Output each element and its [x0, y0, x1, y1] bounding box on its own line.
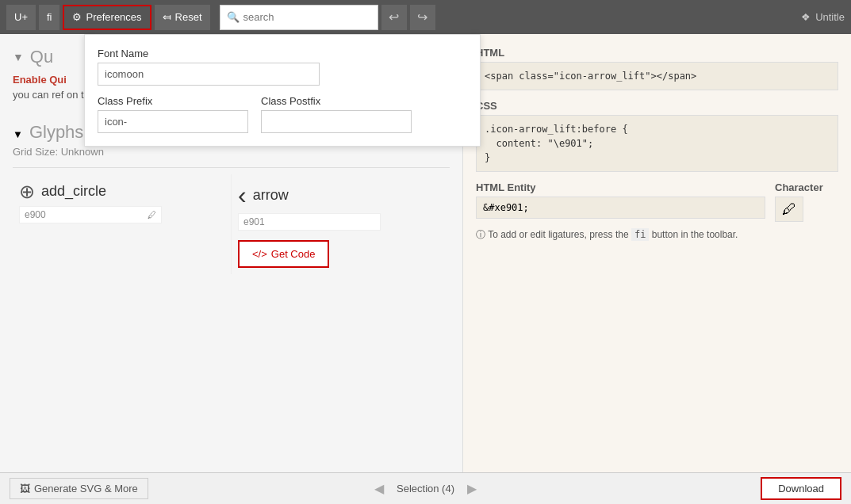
css-label: CSS: [476, 100, 838, 112]
font-name-input[interactable]: [98, 63, 320, 86]
class-postfix-label: Class Postfix: [261, 95, 412, 107]
reset-icon: ⤆: [163, 11, 171, 23]
selection-label: Selection (4): [397, 483, 454, 494]
character-label: Character: [775, 181, 838, 193]
undo-button[interactable]: ↩: [381, 5, 407, 30]
glyphs-chevron[interactable]: ▼: [13, 128, 23, 140]
ligature-text: To add or edit ligatures, press the: [488, 229, 631, 240]
fi-button[interactable]: fi: [39, 5, 60, 30]
html-section: HTML <span class="icon-arrow_lift"></spa…: [476, 47, 838, 90]
reset-label: Reset: [175, 11, 202, 23]
reset-button[interactable]: ⤆ Reset: [155, 5, 210, 30]
toolbar: U+ fi ⚙ Preferences ⤆ Reset 🔍 ↩ ↪ ❖ Unti…: [0, 0, 851, 34]
font-name-label: Font Name: [98, 48, 467, 59]
add-circle-code: e900 🖊: [19, 206, 162, 223]
generate-svg-button[interactable]: 🖼 Generate SVG & More: [10, 478, 148, 499]
app-title: Untitle: [815, 11, 845, 23]
get-code-icon: </>: [252, 248, 267, 260]
preferences-panel: Font Name Class Prefix Class Postfix: [84, 34, 481, 147]
prev-page-button[interactable]: ◀: [368, 478, 390, 499]
glyph-arrow-icon-row: ‹ arrow: [238, 181, 443, 210]
character-box: 🖊: [775, 197, 803, 222]
fi-badge: fi: [631, 228, 649, 241]
prefix-postfix-group: Class Prefix Class Postfix: [98, 95, 467, 133]
generate-icon: 🖼: [20, 483, 30, 494]
get-code-label: Get Code: [271, 248, 316, 260]
add-circle-name: add_circle: [41, 183, 106, 200]
arrow-name: arrow: [253, 187, 289, 204]
entity-character-row: HTML Entity &#xe901; Character 🖊: [476, 181, 838, 222]
class-prefix-label: Class Prefix: [98, 95, 248, 107]
css-code-block: .icon-arrow_lift:before { content: "\e90…: [476, 115, 838, 172]
ligature-note: ⓘ To add or edit ligatures, press the fi…: [476, 228, 838, 242]
html-entity-field: HTML Entity &#xe901;: [476, 181, 765, 222]
search-input[interactable]: [243, 11, 371, 23]
html-code-block: <span class="icon-arrow_lift"></span>: [476, 62, 838, 90]
glyph-add-circle-icon-row: ⊕ add_circle: [19, 181, 224, 203]
undo-icon: ↩: [389, 10, 399, 25]
class-postfix-input[interactable]: [261, 110, 412, 133]
layers-icon: ❖: [801, 11, 811, 23]
generate-label: Generate SVG & More: [34, 483, 138, 494]
u-plus-button[interactable]: U+: [6, 5, 36, 30]
glyph-add-circle: ⊕ add_circle e900 🖊: [13, 174, 232, 274]
glyph-arrow: ‹ arrow e901 </> Get Code: [232, 174, 450, 274]
download-button[interactable]: Download: [761, 477, 841, 500]
enable-quick-link[interactable]: Enable Qui: [13, 74, 67, 86]
quick-title: Qu: [30, 47, 53, 67]
html-label: HTML: [476, 47, 838, 59]
next-page-button[interactable]: ▶: [461, 478, 483, 499]
bottom-bar: 🖼 Generate SVG & More ◀ Selection (4) ▶ …: [0, 472, 851, 504]
character-symbol: 🖊: [782, 201, 796, 218]
search-box: 🔍: [220, 5, 378, 30]
gear-icon: ⚙: [72, 11, 82, 23]
right-panel: HTML <span class="icon-arrow_lift"></spa…: [462, 34, 851, 472]
html-entity-label: HTML Entity: [476, 181, 765, 193]
class-prefix-field: Class Prefix: [98, 95, 248, 133]
toolbar-right: ❖ Untitle: [801, 11, 845, 23]
add-circle-add-button[interactable]: ⊕: [19, 181, 35, 203]
class-prefix-input[interactable]: [98, 110, 248, 133]
arrow-code: e901: [238, 213, 381, 231]
get-code-button[interactable]: </> Get Code: [238, 240, 329, 268]
info-icon: ⓘ: [476, 229, 485, 240]
html-entity-value: &#xe901;: [476, 197, 765, 219]
grid-size: Grid Size: Unknown: [13, 146, 450, 158]
download-label: Download: [778, 483, 824, 494]
css-code-pre: .icon-arrow_lift:before { content: "\e90…: [485, 122, 830, 165]
preferences-button[interactable]: ⚙ Preferences: [63, 5, 151, 30]
class-postfix-field: Class Postfix: [261, 95, 412, 133]
edit-icon[interactable]: 🖊: [148, 210, 156, 220]
font-name-field: Font Name: [98, 48, 467, 86]
fi-label: fi: [47, 11, 52, 23]
css-section: CSS .icon-arrow_lift:before { content: "…: [476, 100, 838, 172]
quick-chevron[interactable]: ▼: [13, 51, 24, 63]
redo-icon: ↪: [417, 10, 427, 25]
redo-button[interactable]: ↪: [410, 5, 435, 30]
search-icon: 🔍: [227, 11, 240, 23]
ligature-text-2: button in the toolbar.: [652, 229, 738, 240]
preferences-label: Preferences: [86, 11, 141, 23]
arrow-glyph-symbol: ‹: [238, 181, 247, 210]
character-field: Character 🖊: [775, 181, 838, 222]
glyph-row: ⊕ add_circle e900 🖊 ‹ arrow e901: [13, 167, 450, 274]
u-plus-label: U+: [14, 11, 28, 23]
bottom-center: ◀ Selection (4) ▶: [368, 478, 483, 499]
